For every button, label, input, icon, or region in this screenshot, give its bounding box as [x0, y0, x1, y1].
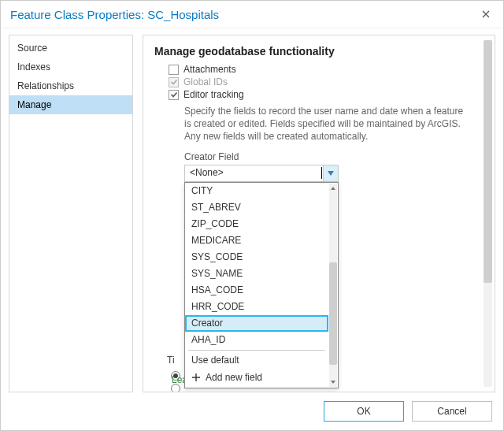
chevron-down-icon [328, 171, 334, 176]
attachments-row: Attachments [169, 64, 479, 75]
section-title: Manage geodatabase functionality [154, 45, 479, 58]
dropdown-add-new-field[interactable]: Add new field [185, 369, 328, 388]
editor-tracking-checkbox[interactable] [169, 90, 179, 100]
creator-field-combo[interactable]: <None> [184, 165, 339, 182]
ok-button[interactable]: OK [324, 401, 404, 422]
attachments-checkbox[interactable] [169, 65, 179, 75]
tab-source[interactable]: Source [9, 39, 132, 58]
dropdown-option[interactable]: AHA_ID [185, 332, 328, 348]
close-button[interactable] [469, 3, 503, 25]
creator-field-block: Creator Field <None> CITY ST_ABREV ZIP_C… [184, 151, 479, 182]
creator-field-dropdown-button[interactable] [323, 165, 338, 181]
global-ids-checkbox [169, 77, 179, 87]
global-ids-label: Global IDs [183, 76, 228, 87]
creator-field-label: Creator Field [184, 151, 479, 162]
content-area: Manage geodatabase functionality Attachm… [143, 35, 482, 392]
dropdown-option[interactable]: SYS_NAME [185, 266, 328, 282]
chevron-up-icon [331, 187, 335, 190]
creator-field-dropdown[interactable]: CITY ST_ABREV ZIP_CODE MEDICARE SYS_CODE… [184, 182, 339, 388]
dialog-window: Feature Class Properties: SC_Hospitals S… [0, 0, 504, 431]
dialog-title: Feature Class Properties: SC_Hospitals [10, 8, 219, 21]
dropdown-option[interactable]: ST_ABREV [185, 199, 328, 216]
panel-scrollbar-thumb[interactable] [484, 40, 492, 283]
dropdown-separator [188, 350, 325, 351]
chevron-down-icon [331, 381, 335, 384]
dropdown-option-creator[interactable]: Creator [185, 315, 328, 332]
dialog-footer: OK Cancel [1, 392, 503, 430]
dropdown-option[interactable]: CITY [185, 183, 328, 199]
tab-indexes[interactable]: Indexes [9, 58, 132, 76]
dropdown-option[interactable]: MEDICARE [185, 232, 328, 249]
dropdown-option[interactable]: SYS_CODE [185, 249, 328, 266]
scroll-down-button[interactable] [329, 377, 337, 387]
global-ids-row: Global IDs [169, 76, 479, 87]
tab-manage[interactable]: Manage [9, 95, 132, 114]
time-group-label-partial: Ti [167, 355, 175, 366]
editor-tracking-description: Specify the fields to record the user na… [184, 105, 471, 143]
titlebar: Feature Class Properties: SC_Hospitals [1, 1, 503, 28]
plus-icon [191, 373, 201, 382]
dialog-body: Source Indexes Relationships Manage Mana… [1, 28, 503, 392]
dropdown-option[interactable]: HRR_CODE [185, 299, 328, 315]
dropdown-scrollbar-thumb[interactable] [329, 262, 337, 365]
dropdown-scrollbar[interactable] [329, 184, 337, 387]
attachments-label: Attachments [183, 64, 236, 75]
dropdown-option[interactable]: ZIP_CODE [185, 216, 328, 232]
editor-tracking-row: Editor tracking [169, 89, 479, 100]
scroll-up-button[interactable] [329, 184, 337, 193]
dropdown-use-default[interactable]: Use default [185, 352, 328, 369]
cancel-button[interactable]: Cancel [412, 401, 492, 422]
creator-field-value: <None> [185, 167, 322, 179]
dropdown-add-new-field-label: Add new field [206, 372, 262, 383]
panel-scrollbar[interactable] [484, 40, 492, 387]
content-panel: Manage geodatabase functionality Attachm… [143, 35, 495, 392]
tab-relationships[interactable]: Relationships [9, 76, 132, 95]
dropdown-option[interactable]: HSA_CODE [185, 282, 328, 299]
close-icon [482, 10, 490, 18]
tab-list: Source Indexes Relationships Manage [9, 35, 133, 392]
editor-tracking-label: Editor tracking [183, 89, 244, 100]
